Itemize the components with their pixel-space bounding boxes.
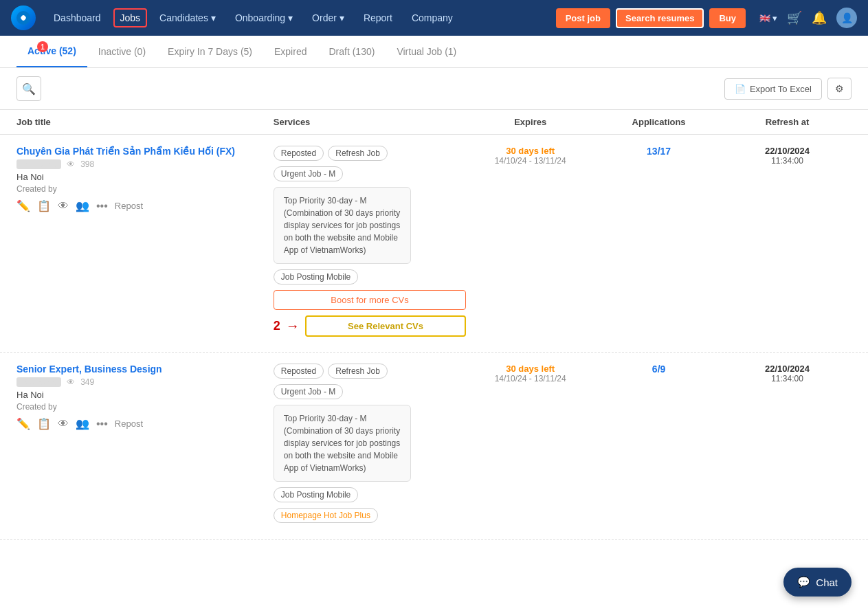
col-services: Services	[274, 117, 466, 127]
nav-order[interactable]: Order ▾	[305, 8, 351, 27]
expires-range-2: 14/10/24 - 13/11/24	[466, 374, 594, 383]
edit-icon-1[interactable]: ✏️	[16, 199, 30, 212]
tab-expiry[interactable]: Expiry In 7 Days (5)	[157, 36, 263, 67]
nav-dashboard[interactable]: Dashboard	[47, 8, 108, 27]
col-expires: Expires	[466, 117, 594, 127]
job-location-1: Ha Noi	[16, 172, 274, 182]
nav-report[interactable]: Report	[357, 8, 399, 27]
tag-urgent-1: Urgent Job - M	[274, 166, 343, 181]
service-tags-homepage-2: Homepage Hot Job Plus	[274, 508, 466, 523]
tab-expired[interactable]: Expired	[263, 36, 318, 67]
navbar: Dashboard Jobs Candidates ▾ Onboarding ▾…	[0, 0, 868, 36]
nav-onboarding[interactable]: Onboarding ▾	[228, 8, 300, 27]
refresh-time-2: 11:34:00	[723, 374, 852, 383]
main-content: Active (52) 1 Inactive (0) Expiry In 7 D…	[0, 36, 868, 613]
tab-draft[interactable]: Draft (130)	[318, 36, 386, 67]
logo[interactable]	[11, 5, 36, 30]
refresh-date-2: 22/10/2024	[723, 364, 852, 374]
tab-active-badge: 1	[37, 41, 48, 52]
table-row: Chuyên Gia Phát Triển Sản Phẩm Kiều Hối …	[0, 135, 868, 353]
job-actions-1: ✏️ 📋 👁 👥 ••• Repost	[16, 199, 274, 212]
copy-icon-1[interactable]: 📋	[37, 199, 51, 212]
service-tags-2: Reposted Refresh Job	[274, 364, 466, 379]
job-created-1: Created by	[16, 184, 274, 194]
see-cvs-button-1[interactable]: See Relevant CVs	[305, 315, 466, 337]
service-tags-urgent-1: Urgent Job - M	[274, 166, 466, 181]
view-icon-2[interactable]: 👁	[58, 418, 69, 430]
job-views-1: 398	[80, 159, 94, 169]
job-id-views-2: ●●●●●●●● 👁 349	[16, 377, 274, 387]
chat-icon: 💬	[797, 576, 810, 588]
apps-count-2[interactable]: 6/9	[594, 364, 723, 375]
job-id-2: ●●●●●●●●	[16, 377, 61, 387]
tab-inactive[interactable]: Inactive (0)	[87, 36, 157, 67]
job-location-2: Ha Noi	[16, 390, 274, 400]
tag-homepage-2: Homepage Hot Job Plus	[274, 508, 378, 523]
tab-virtual[interactable]: Virtual Job (1)	[386, 36, 467, 67]
job-services-1: Reposted Refresh Job Urgent Job - M Top …	[274, 146, 466, 341]
tooltip-2: Top Priority 30-day - M (Combination of …	[274, 405, 411, 482]
nav-company[interactable]: Company	[405, 8, 460, 27]
team-icon-2[interactable]: 👥	[76, 417, 89, 430]
job-refresh-1: 22/10/2024 11:34:00	[723, 146, 852, 166]
repost-link-2[interactable]: Repost	[115, 419, 143, 429]
eye-icon-2: 👁	[67, 377, 75, 387]
copy-icon-2[interactable]: 📋	[37, 417, 51, 430]
more-icon-1[interactable]: •••	[96, 200, 108, 212]
more-icon-2[interactable]: •••	[96, 418, 108, 430]
avatar[interactable]: 👤	[836, 8, 857, 28]
nav-jobs[interactable]: Jobs	[113, 8, 148, 27]
apps-count-1[interactable]: 13/17	[594, 146, 723, 157]
job-title-1[interactable]: Chuyên Gia Phát Triển Sản Phẩm Kiều Hối …	[16, 146, 274, 157]
expires-days-2: 30 days left	[466, 364, 594, 374]
col-refresh-at: Refresh at	[723, 117, 852, 127]
job-applications-2: 6/9	[594, 364, 723, 375]
service-tags-extra-1: Job Posting Mobile	[274, 269, 466, 285]
job-created-2: Created by	[16, 402, 274, 412]
tag-refresh-1: Refresh Job	[328, 146, 388, 161]
job-title-2[interactable]: Senior Expert, Business Design	[16, 364, 274, 375]
toolbar: 🔍 📄 Export To Excel ⚙	[0, 68, 868, 110]
job-views-2: 349	[80, 377, 94, 387]
arrow-right-icon: →	[286, 318, 300, 334]
service-tags-extra-2: Job Posting Mobile	[274, 487, 466, 502]
language-selector[interactable]: 🇬🇧▾	[759, 13, 777, 23]
annotation-2-container: 2 → See Relevant CVs	[274, 315, 466, 337]
nav-candidates[interactable]: Candidates ▾	[153, 8, 223, 27]
tabs-row: Active (52) 1 Inactive (0) Expiry In 7 D…	[0, 36, 868, 68]
job-info-1: Chuyên Gia Phát Triển Sản Phẩm Kiều Hối …	[16, 146, 274, 212]
edit-icon-2[interactable]: ✏️	[16, 417, 30, 430]
table-row: Senior Expert, Business Design ●●●●●●●● …	[0, 353, 868, 540]
service-tags-1: Reposted Refresh Job	[274, 146, 466, 161]
view-icon-1[interactable]: 👁	[58, 200, 69, 212]
buy-button[interactable]: Buy	[709, 8, 746, 28]
notification-icon[interactable]: 🔔	[812, 10, 827, 25]
search-button[interactable]: 🔍	[16, 76, 41, 101]
boost-button-1[interactable]: Boost for more CVs	[274, 290, 466, 310]
job-expires-2: 30 days left 14/10/24 - 13/11/24	[466, 364, 594, 383]
col-job-title: Job title	[16, 117, 274, 127]
job-refresh-2: 22/10/2024 11:34:00	[723, 364, 852, 383]
refresh-date-1: 22/10/2024	[723, 146, 852, 156]
job-info-2: Senior Expert, Business Design ●●●●●●●● …	[16, 364, 274, 430]
tag-refresh-2: Refresh Job	[328, 364, 388, 379]
tag-urgent-2: Urgent Job - M	[274, 384, 343, 399]
export-excel-button[interactable]: 📄 Export To Excel	[724, 78, 822, 100]
tag-reposted-1: Reposted	[274, 146, 324, 161]
tag-mobile-1: Job Posting Mobile	[274, 269, 358, 285]
tab-active[interactable]: Active (52) 1	[16, 36, 87, 67]
team-icon-1[interactable]: 👥	[76, 199, 89, 212]
job-services-2: Reposted Refresh Job Urgent Job - M Top …	[274, 364, 466, 528]
filter-button[interactable]: ⚙	[827, 78, 852, 100]
search-resumes-button[interactable]: Search resumes	[616, 8, 704, 28]
cart-icon[interactable]: 🛒	[787, 10, 802, 25]
refresh-time-1: 11:34:00	[723, 156, 852, 166]
eye-icon-1: 👁	[67, 159, 75, 169]
chat-button[interactable]: 💬 Chat	[783, 568, 852, 597]
job-expires-1: 30 days left 14/10/24 - 13/11/24	[466, 146, 594, 166]
post-job-button[interactable]: Post job	[556, 8, 610, 28]
excel-icon: 📄	[735, 84, 746, 94]
expires-days-1: 30 days left	[466, 146, 594, 156]
repost-link-1[interactable]: Repost	[115, 201, 143, 211]
table-header: Job title Services Expires Applications …	[0, 110, 868, 135]
